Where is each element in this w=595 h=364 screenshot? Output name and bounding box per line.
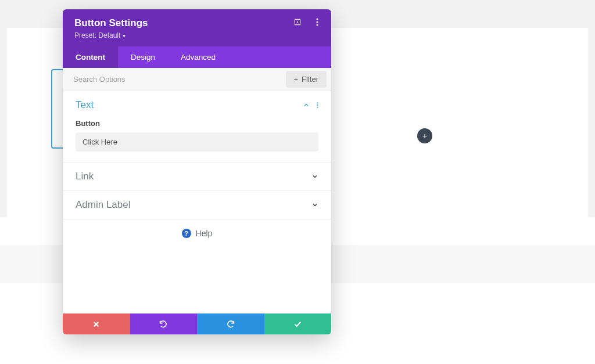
search-row: + Filter: [63, 68, 331, 91]
expand-icon[interactable]: [293, 17, 302, 27]
check-icon: [293, 319, 302, 329]
button-text-input[interactable]: [76, 132, 318, 152]
help-label: Help: [196, 229, 213, 238]
chevron-down-icon: [311, 201, 318, 208]
search-input[interactable]: [63, 69, 286, 89]
section-admin-label-header[interactable]: Admin Label: [63, 191, 331, 219]
tab-design[interactable]: Design: [118, 46, 168, 68]
filter-button[interactable]: + Filter: [286, 71, 327, 88]
undo-button[interactable]: [130, 313, 198, 334]
save-button[interactable]: [264, 313, 332, 334]
section-text-title: Text: [76, 99, 94, 111]
kebab-menu-icon[interactable]: [313, 17, 322, 27]
svg-point-2: [316, 18, 318, 20]
preset-label: Preset: Default: [74, 31, 120, 39]
svg-point-6: [317, 104, 318, 106]
modal-header: Button Settings Preset: Default ▾: [63, 9, 331, 46]
caret-down-icon: ▾: [123, 33, 126, 39]
help-link[interactable]: ? Help: [63, 219, 331, 244]
help-icon: ?: [182, 229, 191, 238]
svg-point-1: [297, 21, 298, 23]
section-link: Link: [63, 163, 331, 191]
section-admin-label-title: Admin Label: [76, 199, 131, 211]
redo-icon: [226, 319, 235, 329]
svg-point-3: [316, 21, 318, 23]
modal-body: Text Button Link: [63, 91, 331, 313]
button-field-label: Button: [76, 119, 318, 128]
plus-icon: +: [294, 75, 299, 84]
add-module-button[interactable]: +: [417, 128, 432, 143]
modal-title: Button Settings: [74, 17, 320, 29]
modal-header-actions: [293, 17, 322, 27]
section-link-header[interactable]: Link: [63, 163, 331, 190]
kebab-menu-icon[interactable]: [317, 102, 318, 109]
section-text: Text Button: [63, 91, 331, 163]
cancel-button[interactable]: [63, 313, 130, 334]
section-text-header[interactable]: Text: [63, 91, 331, 119]
chevron-down-icon: [311, 173, 318, 180]
plus-icon: +: [422, 131, 427, 140]
tab-advanced[interactable]: Advanced: [168, 46, 228, 68]
redo-button[interactable]: [197, 313, 264, 334]
chevron-up-icon: [303, 102, 310, 109]
section-text-content: Button: [63, 119, 331, 162]
section-link-title: Link: [76, 171, 94, 182]
svg-point-5: [317, 102, 318, 103]
tab-content[interactable]: Content: [63, 46, 118, 68]
svg-point-7: [317, 107, 318, 108]
settings-modal: Button Settings Preset: Default ▾ Conten…: [63, 9, 331, 334]
preset-dropdown[interactable]: Preset: Default ▾: [74, 31, 320, 39]
filter-label: Filter: [302, 75, 318, 84]
section-admin-label: Admin Label: [63, 191, 331, 219]
svg-point-4: [316, 24, 318, 26]
modal-footer: [63, 313, 331, 334]
undo-icon: [159, 319, 168, 329]
close-icon: [92, 320, 100, 328]
tabs-bar: Content Design Advanced: [63, 46, 331, 68]
